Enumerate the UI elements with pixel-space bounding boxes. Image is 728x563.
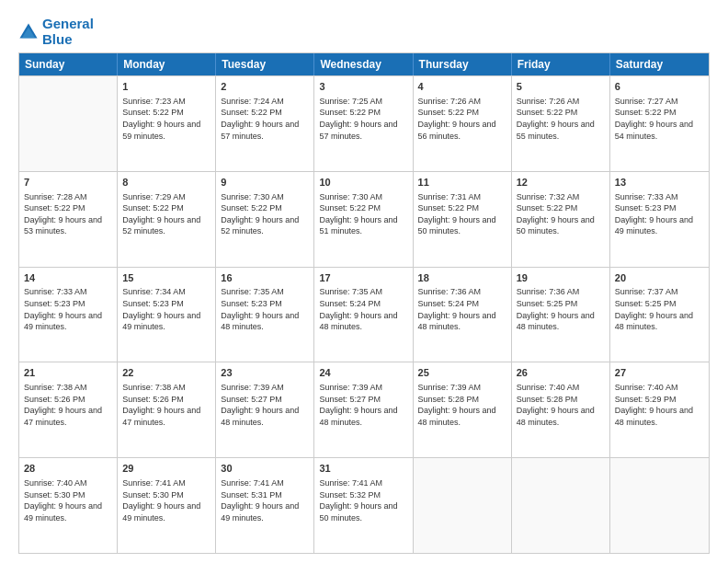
day-number: 8 xyxy=(122,176,210,190)
day-number: 5 xyxy=(517,80,605,94)
day-number: 18 xyxy=(418,271,506,285)
calendar-cell: 19Sunrise: 7:36 AMSunset: 5:25 PMDayligh… xyxy=(512,268,610,362)
calendar-cell: 31Sunrise: 7:41 AMSunset: 5:32 PMDayligh… xyxy=(314,458,413,553)
day-number: 16 xyxy=(221,271,309,285)
day-number: 26 xyxy=(517,366,605,380)
calendar-cell: 6Sunrise: 7:27 AMSunset: 5:22 PMDaylight… xyxy=(610,76,709,171)
day-number: 3 xyxy=(319,80,407,94)
calendar-body: 1Sunrise: 7:23 AMSunset: 5:22 PMDaylight… xyxy=(19,75,709,553)
day-info: Sunrise: 7:26 AMSunset: 5:22 PMDaylight:… xyxy=(418,96,506,142)
calendar-cell: 7Sunrise: 7:28 AMSunset: 5:22 PMDaylight… xyxy=(19,172,118,267)
day-number: 10 xyxy=(319,176,407,190)
day-info: Sunrise: 7:41 AMSunset: 5:31 PMDaylight:… xyxy=(221,477,309,523)
day-info: Sunrise: 7:36 AMSunset: 5:24 PMDaylight:… xyxy=(418,286,506,332)
day-info: Sunrise: 7:38 AMSunset: 5:26 PMDaylight:… xyxy=(24,382,112,428)
calendar-header: SundayMondayTuesdayWednesdayThursdayFrid… xyxy=(19,53,709,75)
calendar-cell: 2Sunrise: 7:24 AMSunset: 5:22 PMDaylight… xyxy=(216,76,314,171)
day-info: Sunrise: 7:30 AMSunset: 5:22 PMDaylight:… xyxy=(221,191,309,237)
logo-text: General Blue xyxy=(42,17,94,47)
calendar-cell: 18Sunrise: 7:36 AMSunset: 5:24 PMDayligh… xyxy=(414,268,512,362)
calendar-header-day: Tuesday xyxy=(216,53,314,75)
day-info: Sunrise: 7:28 AMSunset: 5:22 PMDaylight:… xyxy=(24,191,112,237)
day-info: Sunrise: 7:41 AMSunset: 5:32 PMDaylight:… xyxy=(319,477,407,523)
header: General Blue xyxy=(18,17,710,47)
day-info: Sunrise: 7:34 AMSunset: 5:23 PMDaylight:… xyxy=(122,286,210,332)
calendar: SundayMondayTuesdayWednesdayThursdayFrid… xyxy=(18,52,710,554)
calendar-cell: 24Sunrise: 7:39 AMSunset: 5:27 PMDayligh… xyxy=(314,362,413,457)
day-info: Sunrise: 7:27 AMSunset: 5:22 PMDaylight:… xyxy=(615,96,704,142)
calendar-cell: 10Sunrise: 7:30 AMSunset: 5:22 PMDayligh… xyxy=(314,172,413,267)
day-info: Sunrise: 7:33 AMSunset: 5:23 PMDaylight:… xyxy=(615,191,704,237)
day-number: 25 xyxy=(418,366,506,380)
day-number: 15 xyxy=(122,271,210,285)
calendar-week-row: 28Sunrise: 7:40 AMSunset: 5:30 PMDayligh… xyxy=(19,457,709,553)
day-info: Sunrise: 7:41 AMSunset: 5:30 PMDaylight:… xyxy=(122,477,210,523)
day-info: Sunrise: 7:26 AMSunset: 5:22 PMDaylight:… xyxy=(517,96,605,142)
day-number: 9 xyxy=(221,176,309,190)
calendar-week-row: 14Sunrise: 7:33 AMSunset: 5:23 PMDayligh… xyxy=(19,267,709,362)
calendar-cell: 15Sunrise: 7:34 AMSunset: 5:23 PMDayligh… xyxy=(118,268,216,362)
logo: General Blue xyxy=(18,17,94,47)
day-number: 27 xyxy=(615,366,704,380)
calendar-header-day: Thursday xyxy=(414,53,512,75)
page: General Blue SundayMondayTuesdayWednesda… xyxy=(0,0,728,563)
day-number: 29 xyxy=(122,462,210,476)
day-info: Sunrise: 7:25 AMSunset: 5:22 PMDaylight:… xyxy=(319,96,407,142)
day-info: Sunrise: 7:39 AMSunset: 5:27 PMDaylight:… xyxy=(319,382,407,428)
day-info: Sunrise: 7:40 AMSunset: 5:28 PMDaylight:… xyxy=(517,382,605,428)
calendar-header-day: Monday xyxy=(118,53,216,75)
calendar-cell: 27Sunrise: 7:40 AMSunset: 5:29 PMDayligh… xyxy=(610,362,709,457)
calendar-cell: 1Sunrise: 7:23 AMSunset: 5:22 PMDaylight… xyxy=(118,76,216,171)
day-info: Sunrise: 7:32 AMSunset: 5:22 PMDaylight:… xyxy=(517,191,605,237)
day-info: Sunrise: 7:37 AMSunset: 5:25 PMDaylight:… xyxy=(615,286,704,332)
calendar-header-day: Friday xyxy=(512,53,610,75)
calendar-cell: 17Sunrise: 7:35 AMSunset: 5:24 PMDayligh… xyxy=(314,268,413,362)
calendar-cell: 20Sunrise: 7:37 AMSunset: 5:25 PMDayligh… xyxy=(610,268,709,362)
calendar-cell: 3Sunrise: 7:25 AMSunset: 5:22 PMDaylight… xyxy=(314,76,413,171)
day-number: 24 xyxy=(319,366,407,380)
day-info: Sunrise: 7:31 AMSunset: 5:22 PMDaylight:… xyxy=(418,191,506,237)
calendar-header-day: Sunday xyxy=(19,53,118,75)
day-number: 11 xyxy=(418,176,506,190)
day-info: Sunrise: 7:40 AMSunset: 5:30 PMDaylight:… xyxy=(24,477,112,523)
calendar-cell: 22Sunrise: 7:38 AMSunset: 5:26 PMDayligh… xyxy=(118,362,216,457)
calendar-cell: 21Sunrise: 7:38 AMSunset: 5:26 PMDayligh… xyxy=(19,362,118,457)
calendar-cell: 9Sunrise: 7:30 AMSunset: 5:22 PMDaylight… xyxy=(216,172,314,267)
day-number: 23 xyxy=(221,366,309,380)
calendar-week-row: 7Sunrise: 7:28 AMSunset: 5:22 PMDaylight… xyxy=(19,171,709,267)
day-number: 2 xyxy=(221,80,309,94)
day-info: Sunrise: 7:40 AMSunset: 5:29 PMDaylight:… xyxy=(615,382,704,428)
day-info: Sunrise: 7:30 AMSunset: 5:22 PMDaylight:… xyxy=(319,191,407,237)
day-number: 4 xyxy=(418,80,506,94)
calendar-cell: 16Sunrise: 7:35 AMSunset: 5:23 PMDayligh… xyxy=(216,268,314,362)
calendar-cell: 8Sunrise: 7:29 AMSunset: 5:22 PMDaylight… xyxy=(118,172,216,267)
calendar-cell: 14Sunrise: 7:33 AMSunset: 5:23 PMDayligh… xyxy=(19,268,118,362)
calendar-cell: 25Sunrise: 7:39 AMSunset: 5:28 PMDayligh… xyxy=(414,362,512,457)
day-number: 20 xyxy=(615,271,704,285)
day-info: Sunrise: 7:33 AMSunset: 5:23 PMDaylight:… xyxy=(24,286,112,332)
calendar-cell: 12Sunrise: 7:32 AMSunset: 5:22 PMDayligh… xyxy=(512,172,610,267)
logo-icon xyxy=(18,22,39,42)
calendar-cell: 30Sunrise: 7:41 AMSunset: 5:31 PMDayligh… xyxy=(216,458,314,553)
calendar-cell: 5Sunrise: 7:26 AMSunset: 5:22 PMDaylight… xyxy=(512,76,610,171)
day-number: 6 xyxy=(615,80,704,94)
day-number: 28 xyxy=(24,462,112,476)
day-info: Sunrise: 7:35 AMSunset: 5:23 PMDaylight:… xyxy=(221,286,309,332)
day-number: 14 xyxy=(24,271,112,285)
calendar-cell: 4Sunrise: 7:26 AMSunset: 5:22 PMDaylight… xyxy=(414,76,512,171)
calendar-cell xyxy=(414,458,512,553)
day-info: Sunrise: 7:29 AMSunset: 5:22 PMDaylight:… xyxy=(122,191,210,237)
day-number: 19 xyxy=(517,271,605,285)
calendar-cell: 13Sunrise: 7:33 AMSunset: 5:23 PMDayligh… xyxy=(610,172,709,267)
day-number: 30 xyxy=(221,462,309,476)
calendar-week-row: 1Sunrise: 7:23 AMSunset: 5:22 PMDaylight… xyxy=(19,75,709,171)
calendar-cell xyxy=(512,458,610,553)
day-number: 1 xyxy=(122,80,210,94)
day-number: 17 xyxy=(319,271,407,285)
day-info: Sunrise: 7:39 AMSunset: 5:27 PMDaylight:… xyxy=(221,382,309,428)
calendar-header-day: Wednesday xyxy=(314,53,413,75)
day-number: 31 xyxy=(319,462,407,476)
calendar-cell: 28Sunrise: 7:40 AMSunset: 5:30 PMDayligh… xyxy=(19,458,118,553)
day-number: 21 xyxy=(24,366,112,380)
day-info: Sunrise: 7:38 AMSunset: 5:26 PMDaylight:… xyxy=(122,382,210,428)
